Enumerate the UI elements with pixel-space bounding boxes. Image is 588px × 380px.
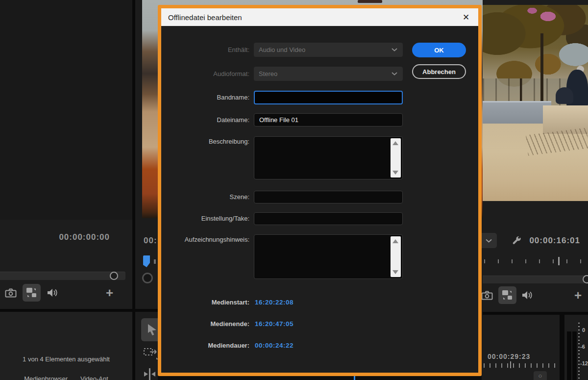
marker-tick	[154, 259, 156, 264]
add-button-icon[interactable]: +	[106, 288, 113, 298]
video-twigs	[526, 128, 588, 156]
video-tree-trunk	[540, 33, 543, 112]
center-video-detail	[358, 0, 382, 3]
center-scrubber-handle[interactable]	[142, 273, 153, 283]
clipped-status-line: Medienbrowser Video-Ant	[0, 375, 132, 380]
source-video-frame	[0, 0, 132, 220]
source-scrubber-handle[interactable]	[110, 272, 118, 280]
center-timecode-partial: 00:	[144, 236, 158, 246]
selection-status: 1 von 4 Elementen ausgewählt	[0, 355, 132, 363]
ripple-edit-tool-button[interactable]	[139, 368, 160, 380]
scroll-up-icon[interactable]	[392, 141, 398, 145]
audio-format-label: Audioformat:	[171, 67, 249, 81]
playhead-marker[interactable]	[354, 376, 355, 380]
edit-offline-file-dialog: Offlinedatei bearbeiten ✕ Enthält: Audio…	[158, 5, 482, 376]
description-textarea[interactable]	[254, 136, 403, 179]
log-note-textarea[interactable]	[254, 234, 403, 279]
camera-icon	[481, 291, 493, 300]
audio-meter-ticks	[578, 323, 580, 380]
tape-name-label: Bandname:	[171, 91, 249, 104]
shot-take-input[interactable]	[254, 212, 403, 225]
add-button-icon[interactable]: +	[574, 290, 582, 300]
program-ruler[interactable]	[484, 259, 586, 263]
meter-label-0: 0	[582, 327, 585, 333]
chevron-down-icon	[391, 72, 398, 76]
clipped-text-right: Video-Ant	[80, 375, 108, 380]
premiere-workspace: 00:00:00:00	[0, 0, 588, 380]
video-wall	[483, 101, 551, 124]
panel-divider	[560, 315, 564, 380]
program-video-frame	[483, 5, 588, 201]
audio-format-value: Stereo	[259, 70, 391, 77]
timeline-timecode: 00:00:29:23	[488, 353, 535, 360]
project-panel-bg	[0, 312, 132, 380]
comparison-view-button[interactable]	[23, 284, 41, 302]
track-select-tool-icon	[143, 346, 159, 359]
comparison-view-icon	[502, 290, 513, 301]
timeline-strip	[158, 376, 482, 380]
meter-label-6: -6	[580, 344, 585, 350]
scrollbar[interactable]	[391, 236, 401, 277]
program-scrubber-handle[interactable]	[583, 275, 588, 283]
file-name-input[interactable]	[254, 113, 403, 127]
source-scrubber[interactable]	[0, 272, 125, 280]
log-note-label: Aufzeichnungshinweis:	[171, 236, 249, 243]
media-start-value: 16:20:22:08	[255, 299, 294, 306]
settings-dropdown-button[interactable]	[480, 233, 497, 248]
scroll-down-icon[interactable]	[392, 270, 398, 274]
shot-take-label: Einstellung/Take:	[171, 212, 249, 225]
wrench-button[interactable]	[511, 235, 522, 247]
selection-tool-icon	[146, 323, 158, 337]
comparison-view-icon	[26, 287, 37, 298]
audio-format-dropdown[interactable]: Stereo	[254, 67, 403, 81]
clipped-text-left: Medienbrowser	[24, 375, 68, 380]
ok-button[interactable]: OK	[412, 43, 466, 57]
timeline-ruler[interactable]	[478, 363, 563, 368]
source-timecode: 00:00:00:00	[55, 232, 110, 242]
media-end-value: 16:20:47:05	[255, 320, 294, 328]
zoom-handle-icon[interactable]: ○	[534, 371, 547, 380]
panel-divider	[483, 312, 588, 315]
contains-dropdown[interactable]: Audio und Video	[254, 43, 403, 57]
scroll-up-icon[interactable]	[392, 239, 398, 243]
dialog-title: Offlinedatei bearbeiten	[168, 13, 242, 22]
timeline-ruler-playhead	[510, 361, 511, 368]
file-name-label: Dateiname:	[171, 113, 249, 127]
tape-name-input[interactable]	[254, 91, 403, 104]
media-duration-value: 00:00:24:22	[255, 342, 294, 349]
comparison-view-button[interactable]	[498, 286, 516, 304]
close-icon[interactable]: ✕	[459, 10, 473, 24]
wrench-icon	[512, 236, 522, 246]
media-end-label: Medienende:	[171, 320, 249, 328]
scroll-down-icon[interactable]	[392, 171, 398, 175]
dialog-body: Enthält: Audio und Video OK Audioformat:…	[161, 26, 478, 373]
export-frame-button[interactable]	[4, 287, 18, 299]
media-duration-label: Mediendauer:	[171, 342, 249, 349]
speaker-icon	[47, 287, 59, 298]
video-helmet	[556, 87, 573, 104]
chevron-down-icon	[485, 238, 492, 243]
speaker-icon	[521, 290, 534, 301]
scrollbar[interactable]	[391, 138, 401, 177]
export-frame-button[interactable]	[480, 289, 494, 301]
scene-input[interactable]	[254, 191, 403, 203]
contains-label: Enthält:	[171, 43, 249, 57]
description-label: Beschreibung:	[171, 138, 249, 145]
scene-label: Szene:	[171, 191, 249, 203]
camera-icon	[5, 288, 17, 298]
chevron-down-icon	[391, 48, 398, 52]
dialog-titlebar[interactable]: Offlinedatei bearbeiten ✕	[161, 8, 478, 26]
media-start-label: Medienstart:	[171, 299, 249, 306]
mute-button[interactable]	[520, 289, 534, 302]
program-ruler-playhead	[558, 257, 560, 265]
program-timecode: 00:00:16:01	[525, 236, 580, 246]
meter-label-12: -12	[580, 360, 588, 366]
ripple-edit-tool-icon	[141, 368, 158, 380]
program-scrubber[interactable]	[483, 276, 588, 283]
source-monitor-panel: 00:00:00:00	[0, 0, 132, 310]
audio-meter-bar-right	[572, 331, 577, 380]
mute-button[interactable]	[46, 286, 59, 299]
audio-meter-bar-left	[567, 331, 571, 380]
cancel-button[interactable]: Abbrechen	[412, 64, 466, 79]
contains-value: Audio und Video	[259, 46, 391, 53]
